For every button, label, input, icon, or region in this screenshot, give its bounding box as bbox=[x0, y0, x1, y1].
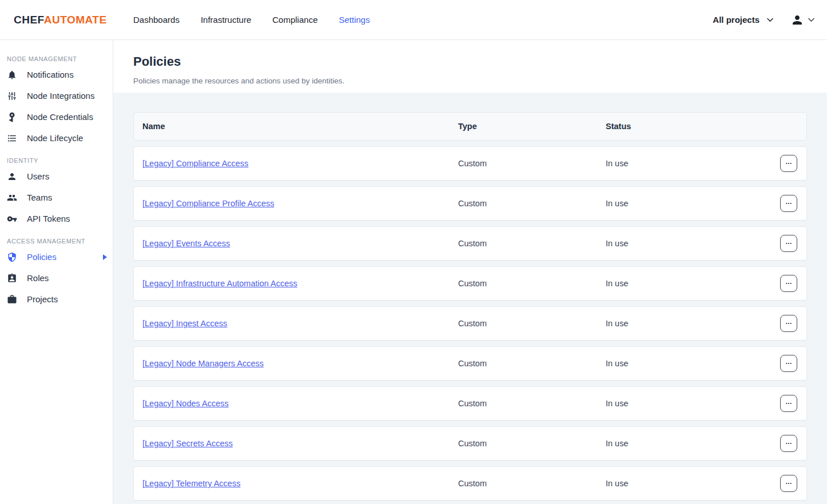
row-options-button[interactable] bbox=[780, 155, 797, 172]
active-item-arrow-icon bbox=[103, 254, 107, 260]
topbar-right: All projects bbox=[713, 13, 827, 27]
policy-status-cell: In use bbox=[606, 159, 771, 168]
ellipsis-icon bbox=[785, 319, 793, 327]
primary-nav: DashboardsInfrastructureComplianceSettin… bbox=[133, 15, 370, 25]
key-icon bbox=[7, 214, 17, 224]
row-options-button[interactable] bbox=[780, 355, 797, 372]
row-options-button[interactable] bbox=[780, 195, 797, 212]
key-vertical-icon bbox=[7, 112, 17, 122]
sidebar-item-node-lifecycle[interactable]: Node Lifecycle bbox=[0, 127, 113, 149]
sidebar-item-policies[interactable]: Policies bbox=[0, 246, 113, 267]
sidebar-section-node-management: NODE MANAGEMENT Notifications Node Integ… bbox=[0, 55, 113, 149]
policy-type-cell: Custom bbox=[458, 279, 606, 288]
column-header-name: Name bbox=[134, 122, 458, 131]
nav-item-compliance[interactable]: Compliance bbox=[272, 15, 317, 25]
row-options-button[interactable] bbox=[780, 235, 797, 252]
policy-type-cell: Custom bbox=[458, 439, 606, 448]
projects-filter-label: All projects bbox=[713, 15, 760, 25]
chevron-down-icon bbox=[808, 18, 814, 22]
sidebar-item-roles[interactable]: Roles bbox=[0, 267, 113, 289]
ellipsis-icon bbox=[785, 279, 793, 287]
sidebar-item-node-credentials[interactable]: Node Credentials bbox=[0, 106, 113, 127]
policy-status-cell: In use bbox=[606, 439, 771, 448]
policy-status-cell: In use bbox=[606, 479, 771, 488]
table-row: [Legacy] Infrastructure Automation Acces… bbox=[133, 266, 807, 301]
policy-type-cell: Custom bbox=[458, 159, 606, 168]
user-menu[interactable] bbox=[790, 13, 814, 27]
top-navigation-bar: CHEFAUTOMATE DashboardsInfrastructureCom… bbox=[0, 0, 827, 40]
policy-type-cell: Custom bbox=[458, 399, 606, 408]
table-header-row: Name Type Status bbox=[133, 112, 807, 141]
ellipsis-icon bbox=[785, 359, 793, 367]
table-row: [Legacy] Node Managers Access Custom In … bbox=[133, 346, 807, 381]
briefcase-icon bbox=[7, 294, 17, 305]
main-content: Policies Policies manage the resources a… bbox=[113, 40, 827, 504]
row-options-button[interactable] bbox=[780, 315, 797, 332]
badge-icon bbox=[7, 273, 17, 283]
policy-status-cell: In use bbox=[606, 319, 771, 328]
bell-icon bbox=[7, 70, 17, 80]
policy-type-cell: Custom bbox=[458, 199, 606, 208]
policy-status-cell: In use bbox=[606, 359, 771, 368]
nav-item-dashboards[interactable]: Dashboards bbox=[133, 15, 180, 25]
chevron-down-icon bbox=[767, 18, 773, 22]
chef-automate-logo[interactable]: CHEFAUTOMATE bbox=[0, 14, 133, 26]
policy-type-cell: Custom bbox=[458, 319, 606, 328]
policy-name-link[interactable]: [Legacy] Compliance Profile Access bbox=[142, 199, 275, 208]
policy-type-cell: Custom bbox=[458, 239, 606, 248]
sidebar-item-node-integrations[interactable]: Node Integrations bbox=[0, 85, 113, 106]
user-avatar-icon bbox=[790, 13, 804, 27]
sidebar-item-notifications[interactable]: Notifications bbox=[0, 64, 113, 85]
person-icon bbox=[7, 171, 17, 182]
table-row: [Legacy] Compliance Access Custom In use bbox=[133, 146, 807, 181]
sidebar-section-label: ACCESS MANAGEMENT bbox=[7, 238, 113, 245]
sidebar-item-teams[interactable]: Teams bbox=[0, 187, 113, 208]
policy-name-link[interactable]: [Legacy] Telemetry Access bbox=[142, 479, 240, 488]
policy-status-cell: In use bbox=[606, 279, 771, 288]
sidebar-section-identity: IDENTITY Users Teams API Tokens bbox=[0, 157, 113, 229]
table-row: [Legacy] Compliance Profile Access Custo… bbox=[133, 186, 807, 221]
nav-item-settings[interactable]: Settings bbox=[339, 15, 369, 25]
policy-status-cell: In use bbox=[606, 199, 771, 208]
list-icon bbox=[7, 133, 17, 143]
policy-name-link[interactable]: [Legacy] Compliance Access bbox=[142, 159, 248, 168]
page-description: Policies manage the resources and action… bbox=[133, 77, 807, 85]
row-options-button[interactable] bbox=[780, 435, 797, 452]
policy-name-link[interactable]: [Legacy] Infrastructure Automation Acces… bbox=[142, 279, 297, 288]
policy-status-cell: In use bbox=[606, 399, 771, 408]
column-header-type: Type bbox=[458, 122, 606, 131]
table-row: [Legacy] Telemetry Access Custom In use bbox=[133, 466, 807, 501]
table-row: [Legacy] Ingest Access Custom In use bbox=[133, 306, 807, 341]
sidebar-item-users[interactable]: Users bbox=[0, 166, 113, 187]
ellipsis-icon bbox=[785, 159, 793, 167]
logo-chef: CHEF bbox=[14, 14, 44, 26]
sidebar-section-label: IDENTITY bbox=[7, 157, 113, 164]
policy-name-link[interactable]: [Legacy] Ingest Access bbox=[142, 319, 227, 328]
sliders-icon bbox=[7, 91, 17, 101]
sidebar-section-access-management: ACCESS MANAGEMENT Policies Roles Project… bbox=[0, 238, 113, 310]
policy-name-link[interactable]: [Legacy] Node Managers Access bbox=[142, 359, 264, 368]
ellipsis-icon bbox=[785, 199, 793, 207]
policies-table-body: [Legacy] Compliance Access Custom In use… bbox=[133, 146, 807, 501]
ellipsis-icon bbox=[785, 479, 793, 487]
policy-status-cell: In use bbox=[606, 239, 771, 248]
shield-icon bbox=[7, 252, 17, 262]
policy-name-link[interactable]: [Legacy] Nodes Access bbox=[142, 399, 229, 408]
row-options-button[interactable] bbox=[780, 395, 797, 412]
nav-item-infrastructure[interactable]: Infrastructure bbox=[201, 15, 251, 25]
policy-name-link[interactable]: [Legacy] Secrets Access bbox=[142, 439, 233, 448]
table-row: [Legacy] Secrets Access Custom In use bbox=[133, 426, 807, 461]
projects-filter-dropdown[interactable]: All projects bbox=[713, 15, 773, 25]
policy-type-cell: Custom bbox=[458, 479, 606, 488]
row-options-button[interactable] bbox=[780, 275, 797, 292]
sidebar-item-projects[interactable]: Projects bbox=[0, 289, 113, 310]
people-icon bbox=[7, 193, 17, 203]
policy-name-link[interactable]: [Legacy] Events Access bbox=[142, 239, 230, 248]
page-body: Name Type Status [Legacy] Compliance Acc… bbox=[113, 93, 827, 504]
row-options-button[interactable] bbox=[780, 475, 797, 492]
logo-automate: AUTOMATE bbox=[44, 14, 107, 26]
settings-sidebar: NODE MANAGEMENT Notifications Node Integ… bbox=[0, 40, 113, 504]
ellipsis-icon bbox=[785, 439, 793, 447]
ellipsis-icon bbox=[785, 239, 793, 247]
sidebar-item-api-tokens[interactable]: API Tokens bbox=[0, 208, 113, 229]
